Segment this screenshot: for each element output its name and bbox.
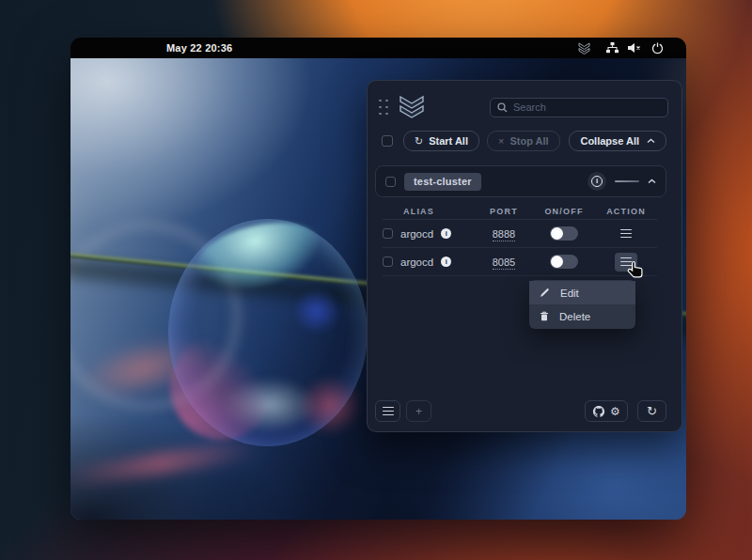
table-header-row: ALIAS PORT ON/OFF ACTION: [383, 203, 657, 220]
menu-icon: [383, 407, 394, 416]
clock[interactable]: May 22 20:36: [166, 38, 232, 58]
panel-header: [377, 93, 668, 121]
alias-label: argocd: [400, 228, 433, 240]
wallpaper-bubble-blob: [294, 289, 340, 333]
select-all-checkbox[interactable]: [382, 135, 393, 147]
drag-handle-icon[interactable]: [379, 100, 388, 116]
wallpaper-pink-streak: [70, 438, 260, 490]
search-icon: [497, 102, 508, 113]
row-action-menu-button-active[interactable]: [615, 253, 637, 272]
cluster-controls: i: [588, 172, 656, 191]
wallpaper-bubble-red: [298, 376, 362, 435]
row-action-menu-icon[interactable]: [620, 229, 632, 239]
pencil-icon: [540, 288, 550, 298]
toolbar: ↻ Start All × Stop All Collapse All: [382, 130, 666, 152]
cluster-checkbox[interactable]: [385, 177, 396, 187]
action-context-menu: Edit Delete: [529, 280, 635, 329]
volume-muted-icon[interactable]: [628, 42, 642, 54]
cluster-row[interactable]: test-cluster i: [375, 165, 666, 197]
delete-label: Delete: [559, 311, 590, 322]
header-action: ACTION: [595, 207, 657, 216]
add-config-button[interactable]: +: [406, 400, 431, 422]
collapse-all-button[interactable]: Collapse All: [569, 131, 666, 151]
wallpaper-bubble: [168, 219, 368, 446]
network-icon[interactable]: [606, 42, 619, 54]
stop-all-button[interactable]: × Stop All: [487, 131, 560, 151]
port-value[interactable]: 8888: [493, 228, 515, 241]
port-value[interactable]: 8085: [493, 257, 515, 270]
github-icon: [592, 405, 605, 418]
context-menu-item-edit[interactable]: Edit: [529, 281, 635, 304]
cluster-progress-line: [615, 180, 639, 182]
vm-window: May 22 20:36: [70, 38, 686, 520]
search-input[interactable]: [490, 98, 668, 117]
kftray-panel: ↻ Start All × Stop All Collapse All test…: [367, 80, 682, 432]
context-menu-item-delete[interactable]: Delete: [529, 304, 635, 328]
row-action-menu-icon: [620, 257, 632, 267]
edit-label: Edit: [560, 288, 579, 299]
start-all-label: Start All: [429, 135, 468, 147]
menu-bar: May 22 20:36: [70, 38, 686, 58]
info-icon[interactable]: i: [441, 228, 451, 239]
chevron-up-icon: [647, 138, 655, 144]
header-onoff: ON/OFF: [533, 207, 595, 216]
alias-label: argocd: [400, 257, 433, 268]
trash-icon: [540, 311, 549, 321]
toggle-knob: [551, 227, 563, 240]
plus-icon: +: [415, 405, 422, 418]
cluster-collapse-icon[interactable]: [648, 179, 656, 184]
kftray-tray-icon[interactable]: [577, 42, 591, 54]
onoff-toggle[interactable]: [550, 255, 578, 269]
main-menu-button[interactable]: [375, 400, 400, 422]
info-icon[interactable]: i: [441, 257, 451, 267]
header-port: PORT: [475, 207, 533, 216]
search-box: [490, 98, 668, 117]
cluster-badge: test-cluster: [404, 173, 481, 191]
tray-icons: [577, 38, 664, 58]
stop-all-label: Stop All: [509, 135, 548, 147]
stop-icon: ×: [498, 135, 504, 147]
start-all-button[interactable]: ↻ Start All: [403, 131, 479, 151]
sync-icon: ↻: [647, 405, 657, 417]
cluster-info-icon[interactable]: i: [588, 172, 606, 191]
collapse-all-label: Collapse All: [580, 135, 639, 147]
row-checkbox[interactable]: [383, 228, 393, 239]
github-sync-settings-button[interactable]: ⚙: [585, 400, 628, 422]
header-alias: ALIAS: [383, 207, 475, 216]
onoff-toggle[interactable]: [550, 226, 578, 241]
forwards-table: ALIAS PORT ON/OFF ACTION argocd i 8888: [383, 203, 657, 276]
power-icon[interactable]: [651, 42, 664, 54]
table-row: argocd i 8888: [383, 220, 657, 248]
host-wallpaper: May 22 20:36: [0, 0, 752, 560]
panel-footer: + ⚙ ↻: [375, 399, 666, 423]
gear-icon: ⚙: [610, 406, 620, 417]
kftray-logo-icon: [398, 94, 426, 120]
refresh-button[interactable]: ↻: [637, 400, 666, 422]
row-checkbox[interactable]: [383, 257, 393, 267]
toggle-knob: [551, 256, 563, 268]
table-row: argocd i 8085: [383, 248, 657, 276]
desktop-wallpaper: ↻ Start All × Stop All Collapse All test…: [70, 58, 686, 520]
start-icon: ↻: [415, 135, 423, 148]
